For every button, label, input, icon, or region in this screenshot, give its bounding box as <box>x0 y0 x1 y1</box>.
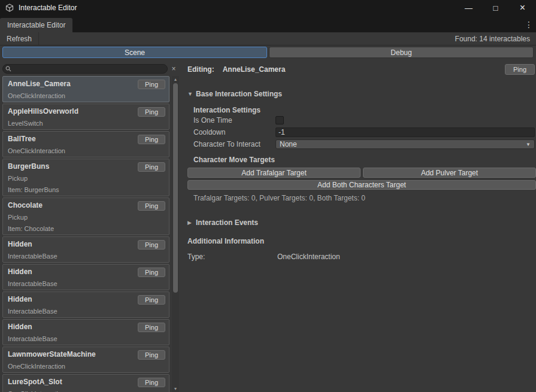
interactable-list: AnneLise_Camera OneClickInteraction Ping… <box>2 76 169 392</box>
list-item[interactable]: Hidden InteractableBase Ping <box>2 291 169 318</box>
list-item-sublines: OneClickInteraction <box>8 363 164 370</box>
cooldown-input[interactable] <box>275 127 535 137</box>
close-icon: × <box>520 2 525 13</box>
search-clear-button[interactable]: × <box>169 64 178 74</box>
found-count-label: Found: 14 interactables <box>455 35 530 43</box>
maximize-icon: □ <box>493 4 498 13</box>
list-item[interactable]: AppleHillsOverworld LevelSwitch Ping <box>2 104 169 130</box>
ping-button[interactable]: Ping <box>138 295 165 305</box>
toolbar: Refresh Found: 14 interactables <box>0 32 536 45</box>
character-to-interact-label: Character To Interact <box>193 140 275 148</box>
is-one-time-checkbox[interactable] <box>275 116 284 124</box>
clear-icon: × <box>171 65 175 73</box>
list-item-sublines: InteractableBase <box>8 335 164 342</box>
search-input[interactable] <box>14 65 165 73</box>
close-button[interactable]: × <box>509 0 536 16</box>
cooldown-row: Cooldown <box>183 126 536 138</box>
ping-button[interactable]: Ping <box>138 378 165 387</box>
editing-header: Editing: AnneLise_Camera Ping <box>183 64 536 75</box>
maximize-button[interactable]: □ <box>482 0 509 16</box>
minimize-button[interactable]: — <box>455 0 482 16</box>
window-controls: — □ × <box>455 0 536 16</box>
add-trafalgar-target-button[interactable]: Add Trafalgar Target <box>187 168 361 178</box>
ping-button[interactable]: Ping <box>138 201 165 211</box>
scroll-down-arrow-icon[interactable]: ▼ <box>172 385 179 392</box>
ping-button[interactable]: Ping <box>138 107 165 117</box>
minimize-icon: — <box>465 4 473 13</box>
list-item-subline: Item: BurgerBuns <box>8 186 164 193</box>
view-tabs: Scene Debug <box>0 47 536 58</box>
list-item-subline: Pickup <box>8 214 164 221</box>
ping-button[interactable]: Ping <box>138 350 165 360</box>
list-item-sublines: PickupItem: BurgerBuns <box>8 175 164 193</box>
list-item[interactable]: BurgerBuns PickupItem: BurgerBuns Ping <box>2 159 169 196</box>
ping-button[interactable]: Ping <box>138 162 165 172</box>
foldout-interaction-events[interactable]: ▶ Interaction Events <box>183 218 536 227</box>
character-move-targets-header: Character Move Targets <box>183 156 536 164</box>
foldout-closed-icon: ▶ <box>187 220 196 226</box>
list-item[interactable]: Hidden InteractableBase Ping <box>2 264 169 290</box>
dropdown-arrow-icon: ▼ <box>526 142 531 147</box>
list-item-subline: InteractableBase <box>8 280 164 287</box>
cooldown-label: Cooldown <box>193 128 275 136</box>
editing-value: AnneLise_Camera <box>223 65 286 74</box>
list-item[interactable]: LureSpotA_Slot OneClickInteraction Ping <box>2 374 169 392</box>
inspector-panel: Editing: AnneLise_Camera Ping ▼ Base Int… <box>183 60 536 392</box>
list-item-sublines: InteractableBase <box>8 308 164 315</box>
list-item[interactable]: Chocolate PickupItem: Chocolate Ping <box>2 197 169 235</box>
type-value: OneClickInteraction <box>277 253 340 261</box>
dropdown-selected-value: None <box>280 140 297 148</box>
add-pulver-target-button[interactable]: Add Pulver Target <box>363 168 536 178</box>
search-icon <box>5 66 11 72</box>
tab-scene[interactable]: Scene <box>2 47 267 58</box>
list-item-sublines: PickupItem: Chocolate <box>8 214 164 232</box>
dock-tab-label: Interactable Editor <box>7 21 65 29</box>
list-item[interactable]: Hidden InteractableBase Ping <box>2 319 169 345</box>
foldout-events-label: Interaction Events <box>196 218 258 227</box>
editing-label: Editing: <box>187 65 214 74</box>
tab-scene-label: Scene <box>125 48 145 57</box>
dock-menu-button[interactable]: ⋮ <box>524 19 534 30</box>
character-to-interact-dropdown[interactable]: None ▼ <box>275 139 535 149</box>
scroll-up-arrow-icon[interactable]: ▲ <box>172 76 179 83</box>
is-one-time-row: Is One Time <box>183 114 536 126</box>
tab-debug-label: Debug <box>390 48 411 57</box>
list-item[interactable]: BallTree OneClickInteraction Ping <box>2 131 169 157</box>
both-target-button-row: Add Both Characters Target <box>187 180 536 190</box>
list-scrollbar[interactable]: ▲ ▼ <box>172 76 179 392</box>
app-icon <box>5 4 14 12</box>
list-item[interactable]: Hidden InteractableBase Ping <box>2 236 169 263</box>
type-label: Type: <box>187 253 277 261</box>
list-item-subline: Pickup <box>8 175 164 182</box>
is-one-time-label: Is One Time <box>193 116 275 124</box>
interaction-settings-header: Interaction Settings <box>183 106 536 114</box>
kebab-menu-icon: ⋮ <box>525 20 533 29</box>
dock-tab-interactable-editor[interactable]: Interactable Editor <box>0 18 72 32</box>
targets-summary: Trafalgar Targets: 0, Pulver Targets: 0,… <box>183 194 536 202</box>
foldout-open-icon: ▼ <box>187 91 196 97</box>
search-field[interactable] <box>2 64 168 74</box>
foldout-base-label: Base Interaction Settings <box>196 90 282 98</box>
list-item-subline: LevelSwitch <box>8 120 164 127</box>
titlebar: Interactable Editor — □ × <box>0 0 536 16</box>
ping-button[interactable]: Ping <box>138 268 165 277</box>
window-title: Interactable Editor <box>19 4 77 12</box>
list-item-subline: Item: Chocolate <box>8 225 164 232</box>
tab-debug[interactable]: Debug <box>269 47 534 58</box>
add-both-characters-target-button[interactable]: Add Both Characters Target <box>187 180 536 190</box>
foldout-base-interaction-settings[interactable]: ▼ Base Interaction Settings <box>183 90 536 98</box>
scrollbar-thumb[interactable] <box>173 83 178 293</box>
type-row: Type: OneClickInteraction <box>183 251 536 263</box>
list-item-subline: OneClickInteraction <box>8 363 164 370</box>
list-item[interactable]: LawnmowerStateMachine OneClickInteractio… <box>2 347 169 373</box>
ping-button[interactable]: Ping <box>138 240 165 250</box>
refresh-button[interactable]: Refresh <box>0 32 39 45</box>
ping-button[interactable]: Ping <box>138 80 165 89</box>
list-item-subline: OneClickInteraction <box>8 147 164 154</box>
ping-button[interactable]: Ping <box>138 135 165 144</box>
list-item-sublines: InteractableBase <box>8 253 164 260</box>
list-item[interactable]: AnneLise_Camera OneClickInteraction Ping <box>2 76 169 102</box>
inspector-ping-button[interactable]: Ping <box>505 64 535 75</box>
list-item-sublines: OneClickInteraction <box>8 147 164 154</box>
ping-button[interactable]: Ping <box>138 323 165 332</box>
